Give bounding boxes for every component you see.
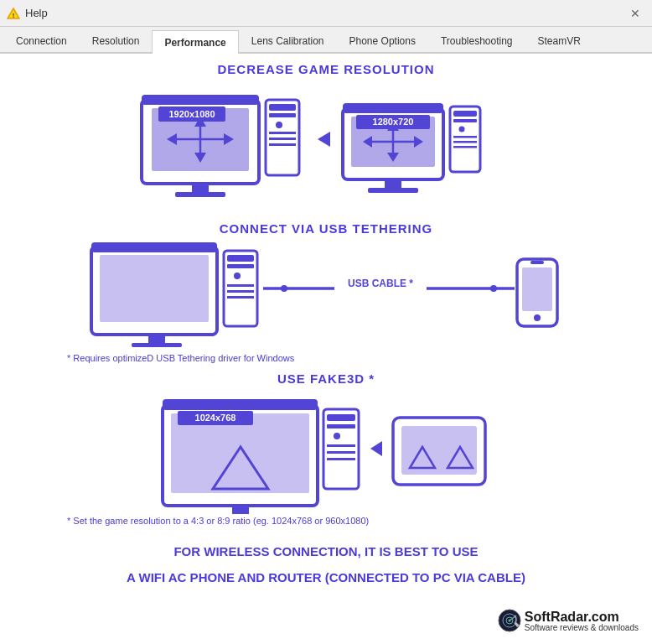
svg-rect-33 — [385, 179, 401, 188]
svg-rect-50 — [227, 264, 254, 268]
window-title: Help — [25, 7, 48, 19]
svg-rect-14 — [142, 95, 259, 105]
svg-point-51 — [234, 273, 241, 279]
warning-icon: ! — [7, 7, 20, 20]
svg-rect-49 — [227, 255, 254, 262]
svg-rect-53 — [227, 290, 254, 293]
title-bar: ! Help ✕ — [0, 0, 652, 27]
tab-lens-calibration[interactable]: Lens Calibration — [239, 29, 337, 52]
watermark-main: SoftRadar.com — [525, 610, 619, 624]
svg-rect-52 — [227, 284, 254, 287]
svg-rect-34 — [368, 188, 418, 193]
usb-note: * Requires optimizeD USB Tethering drive… — [17, 353, 635, 363]
usb-tethering-graphic: USB CABLE * — [17, 242, 635, 351]
content-area: DECREASE GAME RESOLUTION 1920x1080 — [0, 54, 652, 644]
tab-performance[interactable]: Performance — [152, 30, 238, 54]
svg-rect-63 — [530, 261, 544, 264]
svg-rect-73 — [327, 414, 355, 421]
radar-icon — [498, 609, 521, 632]
watermark-sub: Software reviews & downloads — [525, 623, 639, 632]
fake3d-title: USE FAKE3D * — [277, 371, 375, 386]
wifi-section: FOR WIRELESS CONNECTION, IT IS BEST TO U… — [17, 534, 635, 586]
usb-tethering-section: CONNECT VIA USB TETHERING — [17, 221, 635, 363]
tab-resolution[interactable]: Resolution — [80, 29, 153, 52]
svg-text:USB CABLE *: USB CABLE * — [348, 278, 413, 289]
svg-rect-20 — [269, 138, 296, 140]
svg-rect-48 — [224, 251, 257, 326]
svg-rect-19 — [269, 132, 296, 134]
tab-phone-options[interactable]: Phone Options — [337, 29, 428, 52]
svg-point-39 — [459, 127, 465, 132]
svg-rect-72 — [323, 409, 359, 489]
svg-marker-79 — [370, 441, 382, 456]
fake3d-section: USE FAKE3D * 1024x768 — [17, 371, 635, 526]
svg-text:1024x768: 1024x768 — [195, 413, 236, 423]
title-bar-left: ! Help — [7, 7, 48, 20]
svg-point-18 — [276, 122, 282, 128]
svg-rect-41 — [453, 141, 477, 143]
svg-rect-74 — [327, 424, 355, 428]
svg-rect-13 — [175, 192, 225, 197]
svg-rect-65 — [171, 413, 309, 493]
svg-rect-76 — [327, 444, 355, 447]
wifi-line1: FOR WIRELESS CONNECTION, IT IS BEST TO U… — [173, 543, 478, 560]
svg-rect-61 — [522, 267, 552, 311]
decrease-resolution-section: DECREASE GAME RESOLUTION 1920x1080 — [17, 62, 635, 213]
wifi-line2: A WIFI AC PHONE AND ROUTER (CONNECTED TO… — [127, 569, 525, 586]
svg-rect-77 — [327, 451, 355, 454]
svg-rect-16 — [269, 104, 296, 111]
svg-rect-12 — [192, 184, 209, 192]
decrease-resolution-graphic: 1920x1080 — [17, 83, 635, 213]
decrease-resolution-title: DECREASE GAME RESOLUTION — [217, 62, 434, 76]
watermark-text-container: SoftRadar.com Software reviews & downloa… — [525, 610, 639, 632]
tab-steamvr[interactable]: SteamVR — [525, 29, 593, 52]
svg-rect-78 — [327, 458, 355, 460]
tab-connection[interactable]: Connection — [3, 29, 80, 52]
usb-tethering-title: CONNECT VIA USB TETHERING — [220, 221, 432, 236]
tab-troubleshooting[interactable]: Troubleshooting — [428, 29, 525, 52]
svg-text:1280x720: 1280x720 — [373, 117, 414, 127]
svg-rect-42 — [453, 146, 477, 148]
fake3d-note: * Set the game resolution to a 4:3 or 8:… — [17, 516, 635, 526]
svg-rect-45 — [91, 242, 217, 252]
svg-text:!: ! — [13, 12, 15, 19]
svg-rect-54 — [227, 296, 254, 299]
fake3d-graphic: 1024x768 — [17, 392, 635, 514]
svg-point-62 — [534, 314, 541, 321]
svg-rect-44 — [100, 255, 209, 322]
svg-point-59 — [490, 285, 497, 292]
svg-rect-21 — [269, 143, 296, 146]
svg-rect-37 — [453, 111, 477, 117]
svg-rect-67 — [232, 506, 249, 514]
svg-rect-40 — [453, 136, 477, 138]
svg-rect-38 — [453, 119, 477, 122]
svg-rect-47 — [132, 343, 182, 347]
svg-text:1920x1080: 1920x1080 — [168, 109, 215, 119]
svg-rect-35 — [343, 103, 443, 113]
svg-point-75 — [334, 433, 340, 439]
svg-point-58 — [281, 285, 287, 292]
watermark: SoftRadar.com Software reviews & downloa… — [493, 605, 644, 636]
tab-bar: Connection Resolution Performance Lens C… — [0, 27, 652, 54]
close-button[interactable]: ✕ — [625, 3, 645, 23]
svg-rect-46 — [148, 335, 165, 343]
svg-rect-66 — [163, 399, 318, 410]
svg-marker-22 — [318, 132, 330, 147]
svg-rect-17 — [269, 113, 296, 117]
